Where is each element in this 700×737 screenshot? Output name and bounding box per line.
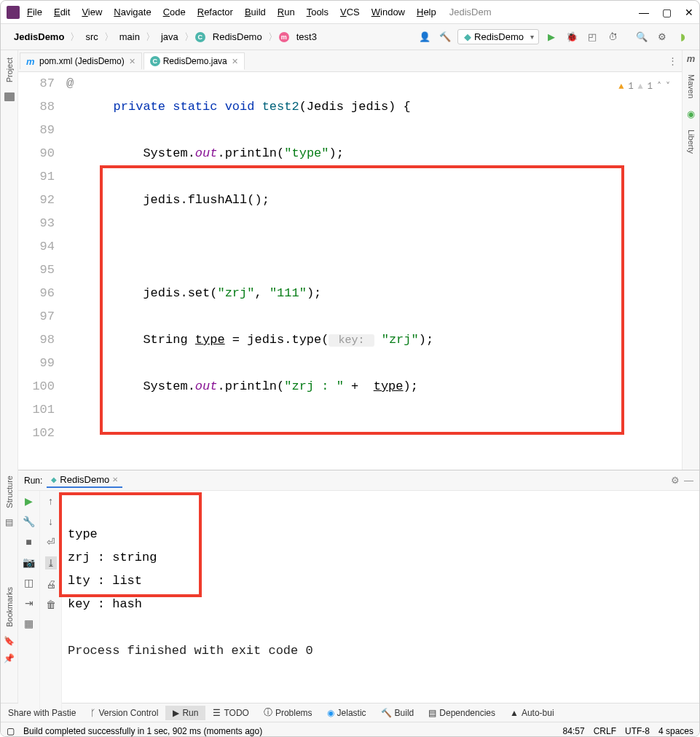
caret-position[interactable]: 84:57 — [563, 726, 585, 736]
tabs-overflow-icon[interactable]: ⋮ — [668, 55, 677, 66]
status-bar: ▢ Build completed successfully in 1 sec,… — [1, 722, 699, 737]
close-icon[interactable]: ✕ — [129, 57, 135, 66]
camera-icon[interactable]: 📷 — [23, 556, 35, 568]
bc-src[interactable]: src — [81, 30, 102, 44]
run-button[interactable]: ▶ — [543, 29, 559, 45]
up-arrow-icon[interactable]: ↑ — [48, 495, 53, 507]
profile-button[interactable]: ⏱ — [605, 29, 621, 45]
code-editor[interactable]: 87888990 91929394 95969798 99100101102 @… — [18, 72, 682, 470]
layout-icon[interactable]: ◫ — [24, 577, 34, 588]
coverage-button[interactable]: ◰ — [584, 29, 600, 45]
boomerang-icon[interactable]: ◗ — [675, 29, 691, 45]
maven-icon[interactable]: m — [687, 53, 696, 64]
maven-file-icon: m — [26, 56, 36, 66]
settings-icon[interactable]: ⚙ — [654, 29, 670, 45]
window-title: JedisDem — [449, 7, 492, 17]
maximize-button[interactable]: ▢ — [662, 7, 672, 18]
bc-project[interactable]: JedisDemo — [9, 30, 68, 44]
menu-file[interactable]: File — [23, 5, 47, 19]
columns-icon[interactable]: ▦ — [24, 618, 34, 629]
run-tab-icon: ◆ — [51, 476, 57, 484]
line-separator[interactable]: CRLF — [594, 726, 616, 736]
chevron-up-icon[interactable]: ˄ — [657, 75, 661, 98]
tab-redisdemo[interactable]: C RedisDemo.java ✕ — [143, 52, 245, 70]
wrap-icon[interactable]: ⏎ — [47, 536, 55, 548]
menu-vcs[interactable]: VCS — [336, 5, 364, 19]
menu-help[interactable]: Help — [412, 5, 441, 19]
tab-redisdemo-label: RedisDemo.java — [163, 56, 227, 66]
java-class-icon: C — [150, 56, 160, 66]
menu-run[interactable]: Run — [273, 5, 299, 19]
exit-icon[interactable]: ⇥ — [25, 597, 34, 609]
chevron-down-icon[interactable]: ˅ — [666, 75, 670, 98]
breadcrumb: JedisDemo〉 src〉 main〉 java〉 C RedisDemo〉… — [9, 30, 412, 44]
sidebar-liberty[interactable]: Liberty — [687, 127, 696, 157]
bc-java[interactable]: java — [157, 30, 183, 44]
run-panel-title: Run: — [24, 476, 42, 486]
close-icon[interactable]: ✕ — [232, 57, 238, 66]
menu-refactor[interactable]: Refactor — [193, 5, 237, 19]
menu-navigate[interactable]: Navigate — [109, 5, 155, 19]
sidebar-structure[interactable]: Structure — [5, 474, 14, 510]
warning-icon: ▲ — [618, 75, 624, 98]
debug-button[interactable]: 🐞 — [564, 29, 580, 45]
user-icon[interactable]: 👤 — [417, 29, 433, 45]
structure-icon: ▤ — [5, 517, 13, 527]
menu-view[interactable]: View — [77, 5, 106, 19]
close-button[interactable]: ✕ — [685, 7, 693, 18]
down-arrow-icon[interactable]: ↓ — [48, 516, 53, 527]
method-icon: m — [279, 32, 289, 42]
liberty-icon[interactable]: ◉ — [687, 109, 695, 119]
run-config-name: RedisDemo — [474, 31, 524, 42]
inspection-widget[interactable]: ▲1 ▲1 ˄ ˅ — [618, 75, 670, 98]
menu-tools[interactable]: Tools — [302, 5, 333, 19]
run-panel: Run: ◆ RedisDemo ✕ ⚙ — ▶ 🔧 ■ 📷 ◫ ⇥ — [18, 470, 699, 703]
sidebar-bookmarks[interactable]: Bookmarks — [5, 586, 14, 628]
editor-tabs: m pom.xml (JedisDemo) ✕ C RedisDemo.java… — [18, 50, 682, 72]
bc-method[interactable]: test3 — [292, 30, 321, 44]
menu-edit[interactable]: Edit — [50, 5, 74, 19]
hammer-icon[interactable]: 🔨 — [437, 29, 453, 45]
minimize-button[interactable]: — — [639, 7, 649, 18]
close-icon[interactable]: ✕ — [112, 476, 118, 484]
gutter-icons: @ — [62, 72, 91, 470]
run-config-dropdown[interactable]: ◆ RedisDemo — [457, 29, 539, 44]
status-message: Build completed successfully in 1 sec, 9… — [23, 726, 262, 736]
menu-code[interactable]: Code — [159, 5, 190, 19]
scroll-to-end-icon[interactable]: ⤓ — [45, 556, 57, 570]
right-tool-stripe: m Maven ◉ Liberty — [682, 50, 699, 470]
tab-pom-label: pom.xml (JedisDemo) — [39, 56, 125, 66]
print-icon[interactable]: 🖨 — [46, 578, 56, 590]
code-content[interactable]: private static void test2(Jedis jedis) {… — [91, 72, 682, 470]
app-icon — [7, 6, 20, 19]
encoding[interactable]: UTF-8 — [625, 726, 650, 736]
class-icon: C — [195, 32, 205, 42]
wrench-icon[interactable]: 🔧 — [23, 516, 35, 527]
bc-main[interactable]: main — [115, 30, 144, 44]
menu-window[interactable]: Window — [367, 5, 409, 19]
toggle-tool-windows-icon[interactable]: ▢ — [7, 726, 15, 736]
clear-icon[interactable]: 🗑 — [46, 599, 56, 610]
search-icon[interactable]: 🔍 — [634, 29, 650, 45]
run-tool-buttons: ▶ 🔧 ■ 📷 ◫ ⇥ ▦ — [18, 491, 40, 715]
run-tab[interactable]: ◆ RedisDemo ✕ — [47, 473, 122, 488]
bc-class[interactable]: RedisDemo — [208, 30, 267, 44]
indent[interactable]: 4 spaces — [658, 726, 693, 736]
tab-pom[interactable]: m pom.xml (JedisDemo) ✕ — [20, 52, 142, 69]
left-tool-stripe-lower: Structure ▤ Bookmarks 🔖 📌 — [1, 470, 18, 703]
gear-icon[interactable]: ⚙ — [671, 475, 680, 486]
rerun-button[interactable]: ▶ — [25, 495, 33, 507]
pin-icon[interactable]: 📌 — [4, 653, 15, 663]
console-output[interactable]: type zrj : string lty : list key : hash … — [62, 491, 699, 715]
hide-button[interactable]: — — [684, 475, 693, 486]
menu-bar: File Edit View Navigate Code Refactor Bu… — [1, 1, 699, 24]
stop-button[interactable]: ■ — [25, 536, 31, 548]
weak-warning-icon: ▲ — [638, 75, 643, 98]
sidebar-maven[interactable]: Maven — [687, 71, 696, 101]
console-tool-buttons: ↑ ↓ ⏎ ⤓ 🖨 🗑 — [40, 491, 62, 715]
folder-icon — [4, 92, 15, 101]
bookmark-icon: 🔖 — [4, 636, 15, 646]
gutter-line-numbers: 87888990 91929394 95969798 99100101102 — [18, 72, 62, 470]
menu-build[interactable]: Build — [240, 5, 270, 19]
sidebar-project[interactable]: Project — [5, 55, 14, 85]
